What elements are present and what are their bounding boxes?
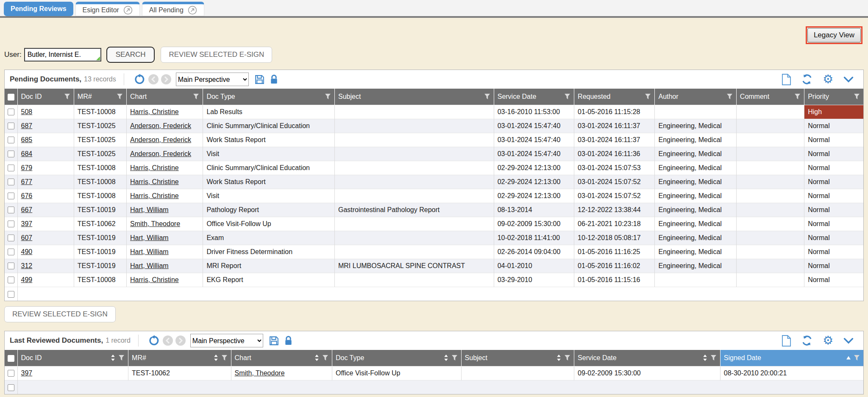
search-button[interactable]: SEARCH (106, 47, 155, 63)
chart-link[interactable]: Hart, William (130, 206, 169, 213)
next-perspective-icon[interactable] (175, 335, 186, 346)
filter-icon[interactable] (64, 93, 70, 100)
new-document-icon[interactable] (782, 74, 791, 85)
filter-icon[interactable] (645, 93, 651, 100)
row-checkbox[interactable] (8, 207, 14, 213)
doc-id-link[interactable]: 677 (21, 178, 33, 185)
next-perspective-icon[interactable] (161, 74, 171, 84)
column-header-subject[interactable]: Subject (461, 350, 574, 366)
filter-icon[interactable] (117, 93, 123, 100)
doc-id-link[interactable]: 490 (21, 248, 33, 255)
filter-icon[interactable] (484, 93, 490, 100)
sort-icon[interactable] (314, 354, 319, 361)
refresh-icon[interactable] (801, 74, 812, 85)
filter-icon[interactable] (322, 355, 328, 361)
column-header-author[interactable]: Author (655, 89, 736, 105)
sort-icon[interactable] (214, 354, 218, 361)
lock-icon[interactable] (269, 74, 279, 85)
sort-icon[interactable] (703, 354, 707, 361)
doc-id-link[interactable]: 687 (21, 122, 33, 129)
column-header-doc-id[interactable]: Doc ID (17, 350, 128, 366)
filter-icon[interactable] (564, 93, 570, 100)
chart-link[interactable]: Anderson, Frederick (130, 136, 191, 143)
doc-id-link[interactable]: 667 (21, 206, 33, 213)
user-input[interactable] (24, 48, 101, 62)
resize-grip-icon[interactable] (96, 56, 100, 60)
doc-id-link[interactable]: 508 (21, 108, 33, 115)
row-checkbox[interactable] (8, 263, 14, 269)
chart-link[interactable]: Hart, William (130, 248, 169, 255)
row-checkbox[interactable] (8, 235, 14, 241)
column-header-service-date[interactable]: Service Date (574, 350, 721, 366)
filter-icon[interactable] (854, 355, 860, 361)
prev-perspective-icon[interactable] (148, 74, 159, 84)
filter-icon[interactable] (451, 355, 458, 361)
review-selected-esign-button-bottom[interactable]: REVIEW SELECTED E-SIGN (4, 306, 116, 322)
collapse-chevron-icon[interactable] (843, 76, 854, 83)
sort-icon[interactable] (556, 354, 561, 361)
doc-id-link[interactable]: 397 (21, 369, 33, 377)
filter-icon[interactable] (193, 93, 199, 100)
chart-link[interactable]: Harris, Christine (130, 276, 179, 283)
filter-icon[interactable] (221, 355, 228, 361)
column-header-chart[interactable]: Chart (127, 89, 203, 105)
row-checkbox[interactable] (8, 109, 14, 115)
doc-id-link[interactable]: 676 (21, 192, 33, 199)
undo-icon[interactable] (148, 335, 159, 346)
filter-icon[interactable] (854, 93, 860, 100)
doc-id-link[interactable]: 397 (21, 220, 33, 227)
review-selected-esign-button-top[interactable]: REVIEW SELECTED E-SIGN (161, 47, 272, 63)
perspective-select[interactable]: Main Perspective (190, 334, 263, 347)
column-header-doc-type[interactable]: Doc Type (203, 89, 335, 105)
save-perspective-icon[interactable] (269, 335, 279, 346)
settings-gear-icon[interactable]: ⚙ (823, 73, 833, 85)
doc-id-link[interactable]: 684 (21, 150, 33, 157)
row-checkbox[interactable] (8, 277, 14, 283)
chart-link[interactable]: Anderson, Frederick (130, 122, 191, 129)
doc-id-link[interactable]: 312 (21, 262, 33, 269)
column-header-doc-type[interactable]: Doc Type (332, 350, 462, 366)
filter-icon[interactable] (118, 355, 125, 361)
doc-id-link[interactable]: 685 (21, 136, 33, 143)
chart-link[interactable]: Anderson, Frederick (130, 150, 191, 157)
doc-id-link[interactable]: 679 (21, 164, 33, 171)
legacy-view-button[interactable]: Legacy View (807, 28, 861, 42)
sort-icon[interactable] (111, 354, 115, 361)
row-checkbox[interactable] (8, 370, 14, 377)
select-all-checkbox[interactable] (8, 355, 14, 362)
row-checkbox[interactable] (8, 123, 14, 129)
row-checkbox[interactable] (8, 249, 14, 255)
row-checkbox[interactable] (8, 384, 14, 391)
column-header-signed-date[interactable]: Signed Date (720, 350, 863, 366)
chart-link[interactable]: Smith, Theodore (130, 220, 180, 227)
column-header-subject[interactable]: Subject (334, 89, 494, 105)
row-checkbox[interactable] (8, 165, 14, 171)
chart-link[interactable]: Smith, Theodore (235, 369, 285, 377)
row-checkbox[interactable] (8, 291, 14, 298)
filter-icon[interactable] (726, 93, 733, 100)
doc-id-link[interactable]: 499 (21, 276, 33, 283)
chart-link[interactable]: Hart, William (130, 262, 169, 269)
column-header-service-date[interactable]: Service Date (494, 89, 574, 105)
column-header-mr[interactable]: MR# (128, 350, 231, 366)
column-header-priority[interactable]: Priority (804, 89, 863, 105)
perspective-select[interactable]: Main Perspective (176, 73, 249, 86)
collapse-chevron-icon[interactable] (843, 338, 854, 344)
column-header-chart[interactable]: Chart (231, 350, 332, 366)
tab-esign-editor[interactable]: Esign Editor (75, 2, 140, 16)
row-checkbox[interactable] (8, 193, 14, 199)
row-checkbox[interactable] (8, 137, 14, 143)
prev-perspective-icon[interactable] (163, 335, 173, 346)
tab-pending-reviews[interactable]: Pending Reviews (4, 2, 73, 16)
row-checkbox[interactable] (8, 179, 14, 185)
filter-icon[interactable] (564, 355, 570, 361)
filter-icon[interactable] (710, 355, 717, 361)
lock-icon[interactable] (284, 335, 293, 346)
chart-link[interactable]: Harris, Christine (130, 192, 179, 199)
column-header-doc-id[interactable]: Doc ID (17, 89, 74, 105)
chart-link[interactable]: Harris, Christine (130, 108, 179, 115)
row-checkbox[interactable] (8, 151, 14, 157)
settings-gear-icon[interactable]: ⚙ (823, 335, 833, 347)
column-header-mr[interactable]: MR# (74, 89, 126, 105)
refresh-icon[interactable] (801, 335, 812, 346)
